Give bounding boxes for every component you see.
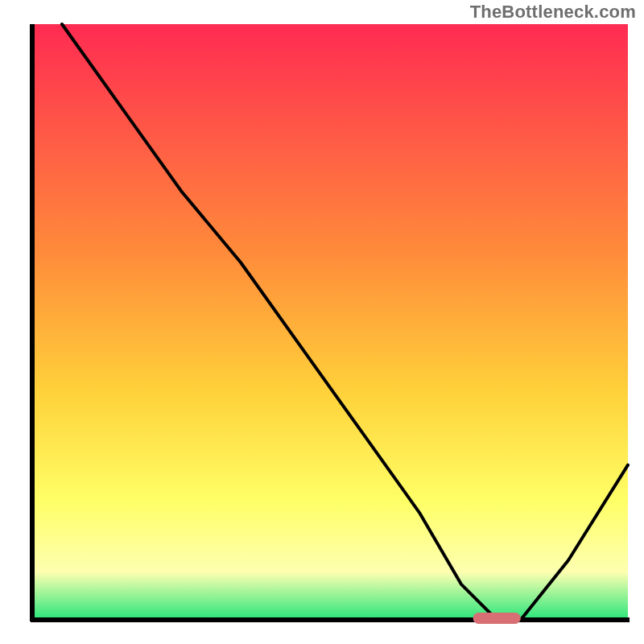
plot-background [32,24,628,620]
chart-stage: TheBottleneck.com [0,0,644,644]
optimal-marker [473,613,521,624]
bottleneck-chart [0,0,644,644]
